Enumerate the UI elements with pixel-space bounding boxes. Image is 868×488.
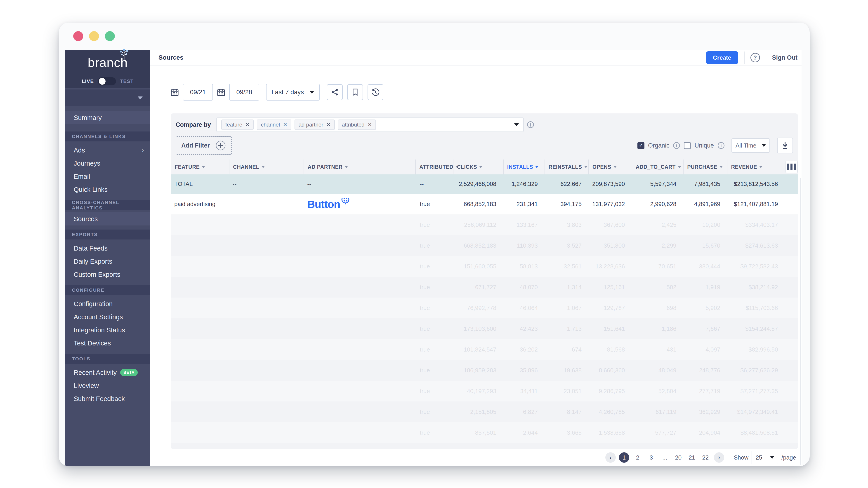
sidebar-item[interactable]: Quick Links (65, 183, 150, 196)
column-header[interactable]: ADD_TO_CART (632, 160, 683, 174)
page-size-select[interactable]: 25 (752, 451, 778, 464)
sidebar-item[interactable]: Email (65, 170, 150, 183)
remove-chip-icon[interactable]: ✕ (327, 122, 331, 128)
sort-caret-icon (479, 166, 483, 168)
page-button[interactable]: 20 (673, 452, 684, 463)
add-to-cart-cell: 2,299 (632, 242, 683, 249)
column-header[interactable]: REVENUE (727, 160, 784, 174)
installs-cell: 42,423 (503, 325, 545, 332)
revenue-cell: $7,271,277.35 (727, 388, 784, 395)
column-header-label: OPENS (592, 164, 611, 170)
test-label: TEST (120, 78, 133, 84)
column-header[interactable]: AD PARTNER (304, 160, 415, 174)
remove-chip-icon[interactable]: ✕ (246, 122, 250, 128)
page-button[interactable]: 22 (700, 452, 711, 463)
revenue-cell: $9,722,582.43 (727, 263, 784, 270)
maximize-window-icon[interactable] (105, 31, 115, 41)
sidebar-item[interactable]: Recent Activity BETA (65, 366, 150, 379)
share-button[interactable] (327, 84, 343, 100)
table-row: true 101,824,547 36,202 674 81,568 431 4… (170, 339, 798, 360)
purchase-cell: 204,904 (683, 429, 727, 436)
ad-partner-cell: Button (304, 198, 415, 210)
column-header[interactable]: ATTRIBUTED (415, 160, 453, 174)
column-header[interactable]: CLICKS (453, 160, 503, 174)
sidebar-item-label: Data Feeds (74, 245, 107, 252)
sidebar-item-summary[interactable]: Summary (65, 111, 150, 124)
columns-button[interactable] (785, 161, 798, 173)
table-row: true 668,852,183 110,393 3,527 351,800 2… (170, 235, 798, 256)
installs-cell: 6,827 (503, 409, 545, 416)
compare-chip[interactable]: ad partner ✕ (294, 120, 335, 130)
opens-cell: 129,787 (588, 304, 631, 312)
attribution-window-select[interactable]: All Time (732, 138, 770, 153)
clicks-cell: 151,660,055 (453, 263, 503, 270)
minimize-window-icon[interactable] (89, 31, 99, 41)
page-button[interactable]: 21 (687, 452, 697, 463)
next-page-button[interactable]: › (714, 452, 724, 463)
column-header[interactable]: PURCHASE (683, 160, 727, 174)
compare-chip[interactable]: feature ✕ (221, 120, 254, 130)
purchase-cell: 248,776 (683, 367, 727, 374)
sign-out-link[interactable]: Sign Out (772, 54, 798, 61)
help-icon[interactable]: ? (750, 53, 760, 62)
page-button[interactable]: 1 (619, 452, 629, 463)
revenue-cell: $121,407,881.19 (727, 201, 784, 207)
reinstalls-cell: 1,314 (545, 284, 588, 291)
history-button[interactable] (368, 84, 383, 100)
nav-group-exports: EXPORTS Data Feeds Daily Exports (65, 230, 150, 285)
sidebar-item-label: Daily Exports (74, 258, 112, 265)
download-button[interactable] (777, 138, 793, 153)
compare-by-row: Compare by feature ✕ (170, 118, 798, 132)
remove-chip-icon[interactable]: ✕ (283, 122, 287, 128)
table-header-row: FEATURE CHANNEL (170, 160, 798, 174)
sidebar-item[interactable]: Account Settings (65, 311, 150, 324)
sidebar-item[interactable]: Integration Status (65, 324, 150, 337)
sidebar-item-label: Account Settings (74, 313, 123, 321)
previous-page-button[interactable]: ‹ (605, 452, 616, 463)
scrollbar-track[interactable] (800, 178, 801, 465)
pagination: ‹ 1 2 3 ... 20 2 (170, 449, 798, 466)
purchase-cell: 15,670 (683, 242, 727, 249)
create-button[interactable]: Create (706, 51, 738, 64)
unique-checkbox[interactable] (684, 142, 691, 149)
opens-cell: 4,260,785 (588, 409, 631, 416)
clicks-cell: 76,992,778 (453, 304, 503, 312)
table-row: true 186,959,283 35,896 19,638 8,660,360… (170, 360, 798, 381)
sidebar-item[interactable]: Daily Exports (65, 255, 150, 268)
sidebar-item[interactable]: Ads › (65, 144, 150, 157)
page-button[interactable]: 3 (646, 452, 656, 463)
sidebar-item[interactable]: Configuration (65, 297, 150, 311)
start-date-input[interactable]: 09/21 (183, 84, 213, 101)
column-header[interactable]: REINSTALLS (545, 160, 588, 174)
add-filter-button[interactable]: Add Filter (176, 136, 232, 155)
column-header[interactable]: OPENS (588, 160, 631, 174)
sort-caret-icon (535, 166, 538, 168)
date-range-select[interactable]: Last 7 days (266, 84, 320, 101)
column-header[interactable]: CHANNEL (229, 160, 304, 174)
end-date-input[interactable]: 09/28 (229, 84, 259, 101)
sidebar-item[interactable]: Liveview (65, 379, 150, 392)
opens-cell: 81,568 (588, 346, 631, 353)
compare-chip-label: channel (261, 122, 280, 128)
column-header[interactable]: INSTALLS (503, 160, 545, 174)
page-button[interactable]: ... (659, 452, 670, 463)
compare-chip[interactable]: attributed ✕ (338, 120, 376, 130)
organic-checkbox[interactable]: ✓ (638, 142, 645, 149)
compare-by-select[interactable]: feature ✕ channel ✕ (216, 118, 524, 132)
page-button[interactable]: 2 (632, 452, 643, 463)
feature-cell: paid advertising (170, 201, 229, 207)
remove-chip-icon[interactable]: ✕ (368, 122, 372, 128)
live-test-toggle[interactable] (98, 77, 116, 86)
bookmark-button[interactable] (347, 84, 363, 100)
sidebar-item[interactable]: Custom Exports (65, 268, 150, 281)
sidebar-item[interactable]: Sources (65, 213, 150, 225)
close-window-icon[interactable] (73, 31, 83, 41)
column-header[interactable]: FEATURE (170, 160, 229, 174)
sidebar-item[interactable]: Data Feeds (65, 242, 150, 255)
sidebar-item[interactable]: Test Devices (65, 337, 150, 350)
sidebar-item[interactable]: Submit Feedback (65, 392, 150, 405)
sidebar-item[interactable]: Journeys (65, 157, 150, 170)
compare-chip[interactable]: channel ✕ (257, 120, 291, 130)
app-selector-dropdown[interactable] (65, 90, 150, 106)
column-header-label: PURCHASE (687, 164, 717, 170)
